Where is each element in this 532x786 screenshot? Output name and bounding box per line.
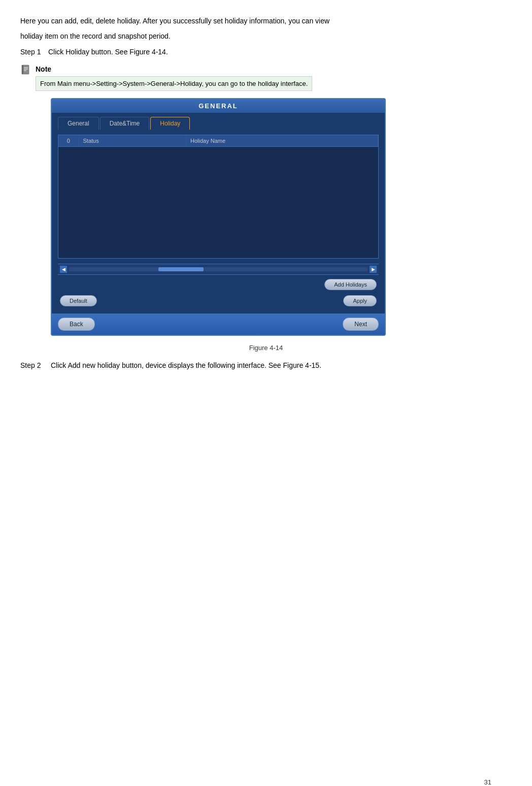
- page-number: 31: [484, 778, 491, 786]
- intro-line2: holiday item on the record and snapshot …: [20, 30, 512, 42]
- add-holidays-row: Add Holidays: [60, 279, 377, 290]
- scroll-right-arrow[interactable]: ▶: [370, 266, 377, 273]
- scroll-left-arrow[interactable]: ◀: [60, 266, 67, 273]
- dvr-table-wrapper: 0 Status Holiday Name: [58, 135, 379, 259]
- svg-rect-1: [22, 65, 23, 74]
- scroll-track[interactable]: [69, 267, 368, 271]
- next-button[interactable]: Next: [343, 318, 379, 331]
- note-content: Note From Main menu->Setting->System->Ge…: [36, 64, 312, 91]
- dvr-table-body: [58, 146, 378, 258]
- note-box: Note From Main menu->Setting->System->Ge…: [20, 64, 512, 91]
- scroll-thumb: [158, 267, 203, 271]
- dvr-title: GENERAL: [198, 102, 238, 110]
- step2-label: Step 2: [20, 361, 41, 369]
- tab-general[interactable]: General: [58, 117, 99, 130]
- dvr-content: 0 Status Holiday Name ◀ ▶: [52, 130, 385, 313]
- col-holiday-name: Holiday Name: [186, 135, 378, 146]
- note-title: Note: [36, 64, 312, 75]
- intro-line1: Here you can add, edit, delete holiday. …: [20, 15, 512, 26]
- holiday-table: 0 Status Holiday Name: [58, 135, 378, 146]
- dvr-title-bar: GENERAL: [52, 99, 385, 113]
- note-icon: [20, 64, 31, 75]
- step2-text: Click Add new holiday button, device dis…: [51, 361, 321, 369]
- tab-holiday[interactable]: Holiday: [150, 117, 190, 130]
- dvr-footer: Back Next: [52, 313, 385, 335]
- figure-caption: Figure 4-14: [20, 344, 512, 352]
- default-button[interactable]: Default: [60, 295, 97, 306]
- col-status: Status: [79, 135, 186, 146]
- dvr-bottom-row: Default Apply: [58, 292, 379, 308]
- tab-datetime[interactable]: Date&Time: [100, 117, 150, 130]
- dvr-scrollbar[interactable]: ◀ ▶: [58, 264, 379, 275]
- note-text: From Main menu->Setting->System->General…: [36, 76, 312, 91]
- add-holidays-button[interactable]: Add Holidays: [324, 279, 377, 290]
- step1-label: Step 1: [20, 46, 48, 57]
- step2-line: Step 2 Click Add new holiday button, dev…: [20, 360, 512, 371]
- col-number: 0: [58, 135, 79, 146]
- dvr-tabs: General Date&Time Holiday: [52, 113, 385, 130]
- step1-text: Click Holiday button. See Figure 4-14.: [48, 46, 168, 57]
- apply-button[interactable]: Apply: [343, 295, 377, 306]
- dvr-screenshot: GENERAL General Date&Time Holiday 0 Stat…: [51, 98, 386, 336]
- back-button[interactable]: Back: [58, 318, 95, 331]
